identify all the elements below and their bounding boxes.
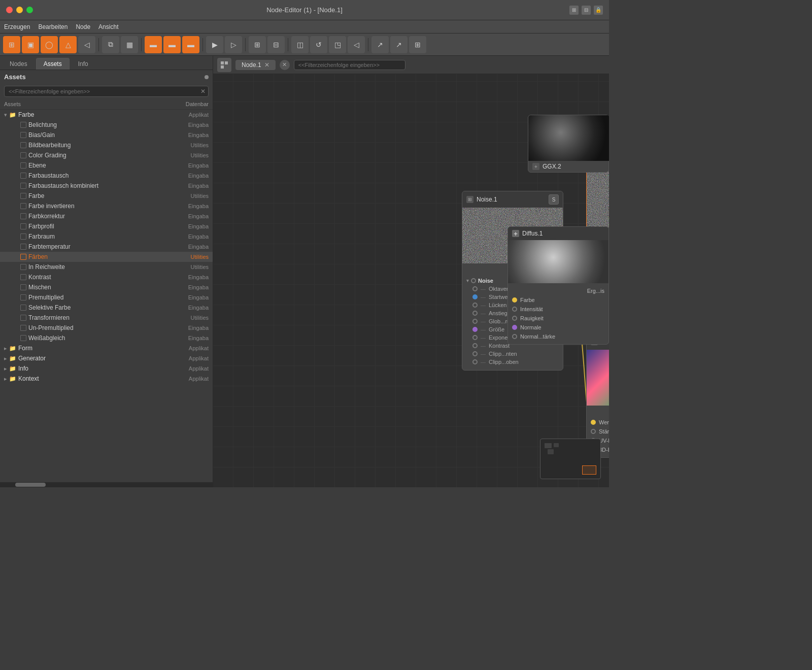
reliefmap1-wert-port[interactable] [591,420,596,425]
list-item[interactable]: Farbkorrektur Eingaba [0,211,213,221]
asset-group-farbe[interactable]: ▾ 📁 Farbe Applikat Belichtung Eingaba Bi… [0,110,213,343]
toolbar-view4-btn[interactable]: ◁ [348,36,365,53]
node-tab-node1[interactable]: Node.1 ✕ [235,60,276,70]
toolbar-tri-btn[interactable]: △ [59,36,77,53]
toolbar-view-btn[interactable]: ◫ [291,36,309,53]
noise1-grosse-port[interactable] [472,327,478,332]
panel-icon-2[interactable]: ⊟ [582,6,591,15]
tab-assets[interactable]: Assets [36,58,70,70]
minimize-button[interactable] [16,7,23,13]
noise1-startwert-port[interactable] [472,294,478,299]
diffus1-normale-port[interactable] [512,325,517,330]
asset-group-generator-header[interactable]: ▸ 📁 Generator Applikat [0,353,213,363]
lock-icon[interactable]: 🔒 [594,6,603,15]
list-item[interactable]: Un-Premultiplied Eingaba [0,323,213,333]
toolbar-grid-btn[interactable]: ▦ [121,36,138,53]
reliefmap1-starke-port[interactable] [591,429,596,434]
list-item[interactable]: Ebene Eingaba [0,160,213,171]
list-item[interactable]: Farbprofil Eingaba [0,221,213,231]
asset-icon [20,274,26,280]
toolbar-line-3[interactable]: ▬ [182,36,199,53]
scrollbar-thumb[interactable] [15,483,46,487]
toolbar-cam-btn[interactable]: ⊞ [249,36,266,53]
toolbar-view2-btn[interactable]: ↺ [310,36,327,53]
diffus1-rauigkeit-port[interactable] [512,316,517,321]
list-item[interactable]: Farbtemperatur Eingaba [0,242,213,252]
list-item[interactable]: Selektive Farbe Eingaba [0,303,213,313]
clear-filter-btn[interactable]: ✕ [280,60,290,70]
tab-nodes[interactable]: Nodes [2,58,35,70]
horizontal-scrollbar[interactable] [0,482,213,487]
list-item[interactable]: Transformieren Utilities [0,313,213,323]
toolbar-copy-btn[interactable]: ⧉ [102,36,119,53]
assets-search-input[interactable] [4,86,209,97]
list-item[interactable]: Bias/Gain Eingaba [0,130,213,140]
list-item[interactable]: In Reichweite Utilities [0,262,213,272]
menu-erzeugen[interactable]: Erzeugen [4,23,30,30]
search-clear-button[interactable]: ✕ [200,88,206,95]
node-ggx2[interactable]: + GGX.2 [528,115,609,173]
diffus1-intensitat-port[interactable] [512,307,517,312]
menu-node[interactable]: Node [76,23,90,30]
toolbar-play2-btn[interactable]: ▷ [225,36,242,53]
noise1-exponent-port[interactable] [472,335,478,340]
noise1-section-port[interactable] [471,278,476,283]
noise1-clippnten-port[interactable] [472,351,478,356]
asset-group-form[interactable]: ▸ 📁 Form Applikat [0,343,213,353]
list-item[interactable]: Mischen Eingaba [0,282,213,292]
asset-group-info-header[interactable]: ▸ 📁 Info Applikat [0,363,213,374]
noise1-globrung-port[interactable] [472,319,478,324]
window-controls[interactable] [6,7,33,13]
toolbar-export-btn[interactable]: ↗ [371,36,389,53]
toolbar-play-btn[interactable]: ▶ [206,36,223,53]
noise1-kontrast-port[interactable] [472,343,478,348]
assets-search-box[interactable]: ✕ [4,86,209,97]
noise1-oktaven-port[interactable] [472,286,478,291]
asset-group-farbe-header[interactable]: ▾ 📁 Farbe Applikat [0,110,213,120]
list-item[interactable]: Farbe invertieren Eingaba [0,201,213,211]
toolbar-line-1[interactable]: ▬ [145,36,162,53]
toolbar-add-node-btn[interactable]: ⊞ [3,36,20,53]
maximize-button[interactable] [26,7,33,13]
toolbar-line-2[interactable]: ▬ [163,36,181,53]
asset-group-form-header[interactable]: ▸ 📁 Form Applikat [0,343,213,353]
noise1-clippoben-port[interactable] [472,359,478,364]
toolbar-cam2-btn[interactable]: ⊟ [267,36,285,53]
list-item[interactable]: Farbaustausch kombiniert Eingaba [0,181,213,191]
toolbar-back-btn[interactable]: ◁ [78,36,95,53]
view-toggle-btn[interactable] [217,58,231,72]
node-filter-input[interactable] [294,60,405,70]
list-item[interactable]: Bildbearbeitung Utilities [0,140,213,150]
list-item[interactable]: Premultiplied Eingaba [0,292,213,303]
diffus1-farbe-port[interactable] [512,297,517,303]
list-item[interactable]: Farbraum Eingaba [0,231,213,242]
toolbar-view3-btn[interactable]: ◳ [329,36,346,53]
list-item[interactable]: Belichtung Eingaba [0,120,213,130]
menu-ansicht[interactable]: Ansicht [98,23,118,30]
node-diffus1[interactable]: + Diffus.1 Erg...is Fa [507,226,609,345]
asset-group-generator[interactable]: ▸ 📁 Generator Applikat [0,353,213,363]
menu-bearbeiten[interactable]: Bearbeiten [38,23,67,30]
list-item[interactable]: Kontrast Eingaba [0,272,213,282]
tab-info[interactable]: Info [71,58,96,70]
diffus1-normalstarke-port[interactable] [512,334,517,339]
noise1-anstieg-port[interactable] [472,311,478,316]
list-item[interactable]: Weißabgleich Eingaba [0,333,213,343]
node-diffus1-title: Diffus.1 [522,230,543,237]
toolbar-select-btn[interactable]: ▣ [22,36,39,53]
list-item[interactable]: Color Grading Utilities [0,150,213,160]
noise1-lucken-port[interactable] [472,303,478,308]
node-noise1-s-btn[interactable]: S [549,194,559,205]
node-tab-close[interactable]: ✕ [264,61,269,69]
list-item[interactable]: Farbe Utilities [0,191,213,201]
asset-group-kontext[interactable]: ▸ 📁 Kontext Applikat [0,374,213,384]
close-button[interactable] [6,7,13,13]
asset-group-info[interactable]: ▸ 📁 Info Applikat [0,363,213,374]
list-item[interactable]: Farbaustausch Eingaba [0,171,213,181]
toolbar-rect-btn[interactable]: ◯ [41,36,58,53]
list-item-farben-selected[interactable]: Färben Utilities [0,252,213,262]
toolbar-export2-btn[interactable]: ↗ [390,36,408,53]
toolbar-export3-btn[interactable]: ⊞ [409,36,426,53]
asset-group-kontext-header[interactable]: ▸ 📁 Kontext Applikat [0,374,213,384]
panel-icon-1[interactable]: ⊞ [569,6,579,15]
